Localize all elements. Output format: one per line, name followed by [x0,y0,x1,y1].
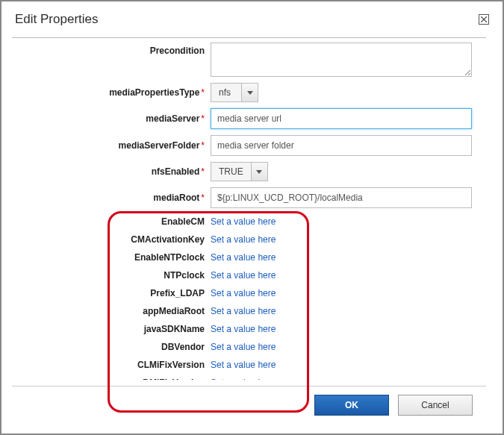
set-value-link-EnableNTPclock[interactable]: Set a value here [211,252,276,263]
property-row-Prefix_LDAP: Prefix_LDAPSet a value here [16,286,482,301]
set-value-link-EnableCM[interactable]: Set a value here [211,216,276,227]
mediaPropertiesType-select[interactable]: nfs [211,83,258,102]
property-row-CMActivationKey: CMActivationKeySet a value here [16,232,482,247]
label-nfsEnabled: nfsEnabled* [16,166,211,177]
property-row-DMiFixVersion: DMiFixVersionSet a value here [16,375,482,380]
property-row-NTPclock: NTPclockSet a value here [16,268,482,283]
precondition-textarea[interactable] [211,43,472,77]
label-precondition: Precondition [16,43,211,56]
mediaServerFolder-input[interactable] [211,135,472,156]
dialog-footer: OK Cancel [12,386,486,423]
ok-button[interactable]: OK [314,395,389,416]
property-row-javaSDKName: javaSDKNameSet a value here [16,322,482,337]
set-value-link-DMiFixVersion[interactable]: Set a value here [211,378,276,380]
dialog-title: Edit Properties [15,12,99,27]
label-EnableNTPclock: EnableNTPclock [16,252,211,263]
property-row-DBVendor: DBVendorSet a value here [16,339,482,354]
mediaServer-input[interactable] [211,108,472,129]
set-value-link-appMediaRoot[interactable]: Set a value here [211,306,276,316]
label-CMActivationKey: CMActivationKey [16,234,211,245]
set-value-link-CLMiFixVersion[interactable]: Set a value here [211,360,276,370]
set-value-link-Prefix_LDAP[interactable]: Set a value here [211,288,276,298]
label-Prefix_LDAP: Prefix_LDAP [16,288,211,298]
nfsEnabled-select[interactable]: TRUE [211,162,268,181]
property-row-CLMiFixVersion: CLMiFixVersionSet a value here [16,357,482,372]
dialog-header: Edit Properties [1,1,503,34]
content-wrap: Precondition mediaPropertiesType* nfs [12,37,486,423]
property-row-EnableCM: EnableCMSet a value here [16,214,482,229]
chevron-down-icon[interactable] [241,84,258,101]
label-appMediaRoot: appMediaRoot [16,306,211,316]
unset-fields-group: EnableCMSet a value hereCMActivationKeyS… [16,214,482,380]
label-DBVendor: DBVendor [16,342,211,352]
set-value-link-javaSDKName[interactable]: Set a value here [211,324,276,334]
property-row-appMediaRoot: appMediaRootSet a value here [16,304,482,319]
label-EnableCM: EnableCM [16,216,211,227]
set-value-link-NTPclock[interactable]: Set a value here [211,270,276,281]
form-scroll-area[interactable]: Precondition mediaPropertiesType* nfs [12,38,486,380]
label-NTPclock: NTPclock [16,270,211,281]
cancel-button[interactable]: Cancel [398,395,473,416]
label-mediaRoot: mediaRoot* [16,193,211,203]
close-icon[interactable] [479,14,489,25]
set-value-link-CMActivationKey[interactable]: Set a value here [211,234,276,245]
dialog-frame: Edit Properties Precondition mediaProper… [0,0,504,435]
label-mediaPropertiesType: mediaPropertiesType* [16,87,211,98]
set-value-link-DBVendor[interactable]: Set a value here [211,342,276,352]
label-javaSDKName: javaSDKName [16,324,211,334]
mediaRoot-input[interactable] [211,187,472,208]
property-row-EnableNTPclock: EnableNTPclockSet a value here [16,250,482,265]
label-mediaServer: mediaServer* [16,113,211,124]
label-DMiFixVersion: DMiFixVersion [16,378,211,380]
label-mediaServerFolder: mediaServerFolder* [16,140,211,151]
label-CLMiFixVersion: CLMiFixVersion [16,360,211,370]
chevron-down-icon[interactable] [251,163,267,181]
